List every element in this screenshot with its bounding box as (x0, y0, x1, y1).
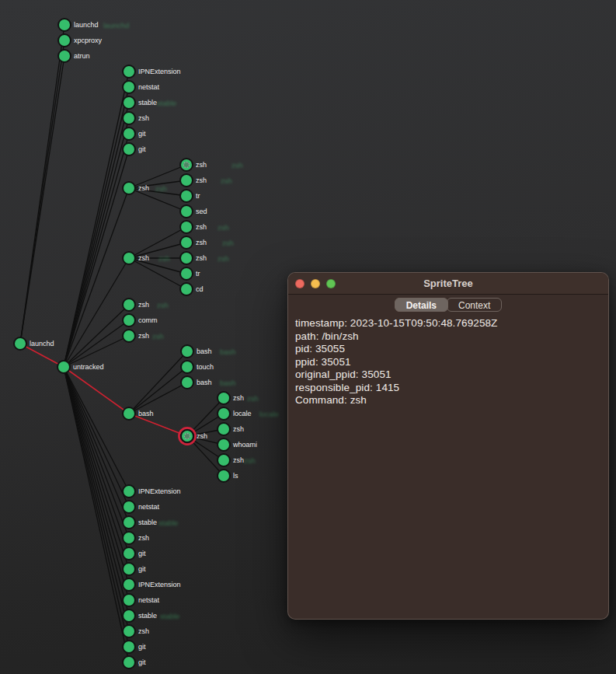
node-label: zsh (196, 161, 207, 169)
tree-node-git[interactable]: git (123, 656, 146, 669)
tree-node-zsh[interactable]: zsh (180, 174, 207, 187)
node-label: IPNExtension (138, 68, 181, 75)
ghost-label: bash (220, 347, 236, 356)
tree-node-zsh[interactable]: zsh (180, 252, 207, 264)
tree-node-zsh[interactable]: zsh (218, 454, 244, 466)
tree-node-bash[interactable]: bash (181, 376, 212, 389)
tree-node-cd[interactable]: cd (180, 283, 204, 295)
node-label: xpcproxy (74, 37, 103, 44)
detail-timestamp: timestamp: 2023-10-15T09:50:48.769258Z (295, 317, 601, 330)
tree-node-ls[interactable]: ls (218, 470, 238, 482)
tree-node-stable[interactable]: stable (123, 516, 157, 529)
tree-node-atrun[interactable]: atrun (58, 50, 90, 62)
window-title: SpriteTree (288, 278, 608, 289)
tree-node-git[interactable]: git (123, 641, 146, 653)
ghost-label: zsh (221, 176, 232, 185)
tree-node-launchd[interactable]: launchd (14, 337, 54, 350)
tree-node-zsh[interactable]: zsh (180, 221, 207, 233)
tree-edge (64, 367, 129, 507)
zoom-button[interactable] (326, 279, 336, 288)
tree-node-tr[interactable]: tr (180, 190, 200, 202)
node-label: zsh (197, 432, 207, 440)
node-circle (123, 299, 135, 311)
tree-node-zsh[interactable]: zsh (180, 159, 207, 171)
detail-path: path: /bin/zsh (295, 330, 601, 344)
tree-node-stable[interactable]: stable (123, 609, 157, 622)
tree-node-xpcproxy[interactable]: xpcproxy (58, 34, 103, 47)
node-label: tr (196, 270, 200, 278)
tree-node-IPNExtension[interactable]: IPNExtension (123, 65, 181, 78)
tree-node-zsh[interactable]: zsh (123, 182, 149, 194)
tree-node-zsh[interactable]: zsh (123, 299, 149, 311)
node-circle (180, 174, 193, 187)
node-circle (57, 361, 70, 373)
tree-node-zsh[interactable]: zsh (179, 428, 207, 444)
tree-node-stable[interactable]: stable (123, 96, 157, 109)
node-circle (123, 563, 135, 575)
tree-node-IPNExtension[interactable]: IPNExtension (123, 485, 181, 498)
tree-node-zsh[interactable]: zsh (123, 330, 149, 342)
tree-node-zsh[interactable]: zsh (123, 625, 149, 637)
tree-node-netstat[interactable]: netstat (123, 594, 160, 606)
tree-node-tr[interactable]: tr (180, 267, 200, 280)
tab-context[interactable]: Context (447, 298, 502, 312)
tree-node-launchd[interactable]: launchd (58, 19, 99, 31)
window-titlebar[interactable]: SpriteTree (288, 273, 608, 295)
tree-node-zsh[interactable]: zsh (123, 532, 149, 544)
tree-node-git[interactable]: git (123, 547, 146, 560)
minimize-button[interactable] (311, 279, 320, 288)
tree-node-git[interactable]: git (123, 127, 146, 140)
traffic-lights (295, 279, 336, 288)
tree-node-zsh[interactable]: zsh (218, 392, 244, 404)
node-circle (123, 96, 135, 109)
tree-node-git[interactable]: git (123, 563, 146, 575)
ghost-label: zsh (222, 239, 234, 247)
node-label: zsh (138, 332, 149, 340)
node-label: zsh (196, 223, 207, 231)
tree-node-whoami[interactable]: whoami (218, 438, 257, 451)
tree-node-zsh[interactable]: zsh (218, 423, 244, 435)
node-circle (180, 190, 193, 202)
tree-node-untracked[interactable]: untracked (57, 361, 104, 373)
tree-edge (129, 351, 187, 414)
tree-node-bash[interactable]: bash (181, 345, 212, 358)
tree-node-bash[interactable]: bash (123, 407, 154, 420)
node-label: stable (138, 519, 157, 526)
node-circle (123, 143, 135, 155)
tree-node-zsh[interactable]: zsh (180, 236, 207, 249)
tree-node-sed[interactable]: sed (180, 205, 207, 218)
node-label: stable (138, 612, 157, 620)
node-label: locale (233, 410, 252, 417)
close-button[interactable] (295, 279, 305, 288)
node-label: git (138, 658, 146, 666)
tree-node-locale[interactable]: locale (218, 407, 252, 420)
tree-edge (64, 367, 129, 585)
tree-edge (64, 72, 129, 367)
tab-details[interactable]: Details (395, 298, 448, 312)
tree-node-comm[interactable]: comm (123, 314, 158, 327)
tree-node-touch[interactable]: touch (181, 361, 214, 373)
ghost-label: locale (259, 410, 279, 418)
tree-node-netstat[interactable]: netstat (123, 501, 160, 513)
tree-edge (129, 258, 186, 289)
tree-node-git[interactable]: git (123, 143, 146, 155)
tree-node-zsh[interactable]: zsh (123, 112, 149, 124)
details-panel: timestamp: 2023-10-15T09:50:48.769258Z p… (288, 312, 608, 407)
node-label: git (138, 565, 146, 573)
node-label: zsh (196, 239, 207, 246)
node-circle (123, 501, 135, 513)
node-label: cd (196, 285, 204, 293)
tree-node-netstat[interactable]: netstat (123, 81, 160, 93)
node-label: git (138, 145, 146, 153)
ghost-label: zsh (218, 254, 229, 263)
node-circle (181, 361, 193, 373)
node-circle (218, 438, 230, 451)
tree-node-IPNExtension[interactable]: IPNExtension (123, 578, 181, 591)
tree-edge (64, 367, 129, 569)
tree-edge (64, 367, 129, 491)
ghost-label: zsh (157, 301, 169, 309)
node-circle (180, 283, 193, 295)
node-label: zsh (233, 425, 244, 433)
tree-edge (129, 382, 187, 414)
node-label: zsh (138, 534, 149, 542)
